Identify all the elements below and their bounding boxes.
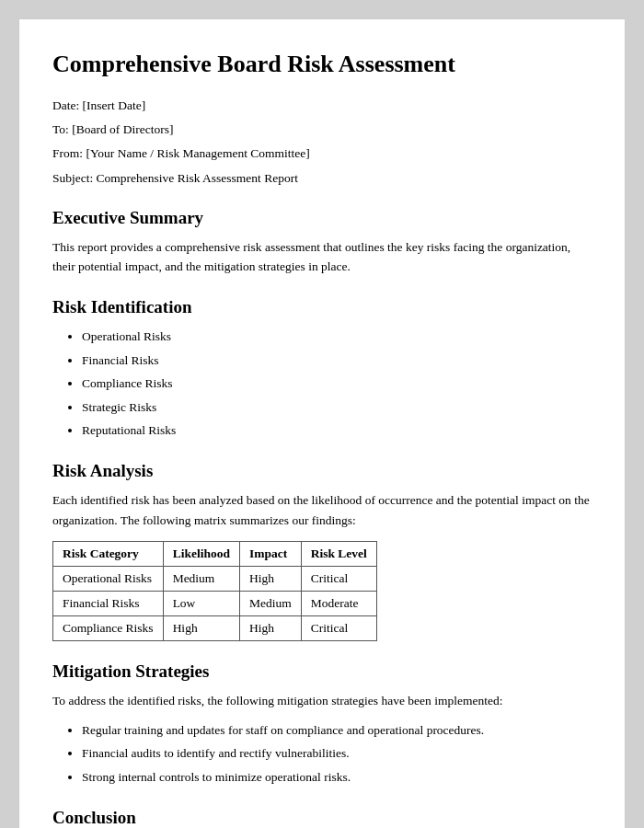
risk-identification-list: Operational Risks Financial Risks Compli… bbox=[52, 327, 592, 441]
cell-impact: High bbox=[239, 616, 301, 641]
meta-to: To: [Board of Directors] bbox=[52, 121, 592, 139]
cell-risk-level: Moderate bbox=[301, 592, 376, 616]
cell-likelihood: High bbox=[163, 616, 239, 641]
conclusion-heading: Conclusion bbox=[52, 808, 592, 828]
list-item: Strong internal controls to minimize ope… bbox=[82, 767, 592, 788]
executive-summary-text: This report provides a comprehensive ris… bbox=[52, 237, 592, 277]
mitigation-strategies-heading: Mitigation Strategies bbox=[52, 661, 592, 682]
cell-category: Financial Risks bbox=[53, 592, 164, 616]
col-header-impact: Impact bbox=[239, 542, 301, 567]
list-item: Reputational Risks bbox=[82, 420, 592, 441]
table-row: Compliance Risks High High Critical bbox=[53, 616, 377, 641]
cell-risk-level: Critical bbox=[301, 616, 376, 641]
cell-likelihood: Low bbox=[163, 592, 239, 616]
mitigation-strategies-text: To address the identified risks, the fol… bbox=[52, 691, 592, 711]
cell-impact: High bbox=[239, 567, 301, 592]
list-item: Operational Risks bbox=[82, 327, 592, 347]
document-container: Comprehensive Board Risk Assessment Date… bbox=[18, 18, 626, 828]
table-row: Operational Risks Medium High Critical bbox=[53, 567, 377, 592]
table-header-row: Risk Category Likelihood Impact Risk Lev… bbox=[53, 542, 377, 567]
risk-matrix-table: Risk Category Likelihood Impact Risk Lev… bbox=[52, 541, 377, 641]
cell-likelihood: Medium bbox=[163, 567, 239, 592]
meta-date: Date: [Insert Date] bbox=[52, 97, 592, 115]
cell-category: Compliance Risks bbox=[53, 616, 164, 641]
list-item: Compliance Risks bbox=[82, 374, 592, 394]
list-item: Regular training and updates for staff o… bbox=[82, 720, 592, 741]
meta-from: From: [Your Name / Risk Management Commi… bbox=[52, 144, 592, 163]
risk-identification-heading: Risk Identification bbox=[52, 297, 592, 317]
table-row: Financial Risks Low Medium Moderate bbox=[53, 592, 377, 616]
col-header-category: Risk Category bbox=[53, 542, 164, 567]
executive-summary-heading: Executive Summary bbox=[52, 208, 592, 228]
document-title: Comprehensive Board Risk Assessment bbox=[52, 49, 592, 80]
col-header-likelihood: Likelihood bbox=[163, 542, 239, 567]
cell-category: Operational Risks bbox=[53, 567, 164, 592]
col-header-risk-level: Risk Level bbox=[301, 542, 376, 567]
risk-analysis-text: Each identified risk has been analyzed b… bbox=[52, 490, 592, 530]
cell-risk-level: Critical bbox=[301, 567, 376, 592]
list-item: Strategic Risks bbox=[82, 397, 592, 418]
meta-subject: Subject: Comprehensive Risk Assessment R… bbox=[52, 169, 592, 188]
list-item: Financial audits to identify and rectify… bbox=[82, 743, 592, 764]
mitigation-list: Regular training and updates for staff o… bbox=[52, 720, 592, 788]
list-item: Financial Risks bbox=[82, 351, 592, 371]
cell-impact: Medium bbox=[239, 592, 301, 616]
risk-analysis-heading: Risk Analysis bbox=[52, 461, 592, 481]
